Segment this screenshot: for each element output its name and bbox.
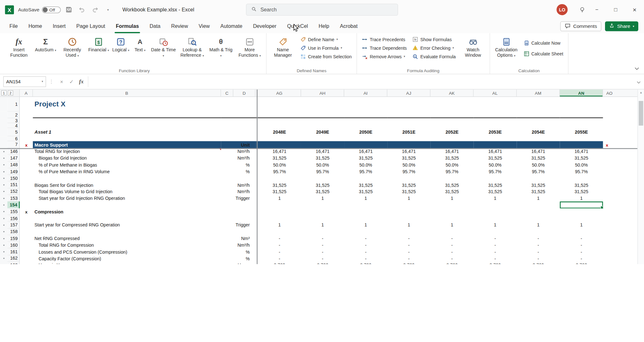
cell-AG152[interactable]: 31,525 bbox=[258, 188, 301, 195]
cell-AM3[interactable] bbox=[517, 118, 560, 123]
cell-AL161[interactable]: - bbox=[473, 249, 517, 255]
cell-D161[interactable]: % bbox=[221, 249, 255, 255]
outline-level-1-button[interactable]: 1 bbox=[1, 90, 7, 96]
ribbon-tab-home[interactable]: Home bbox=[23, 19, 48, 33]
cell-AJ149[interactable]: 95.7% bbox=[387, 168, 430, 175]
cell-AM5[interactable]: 2054E bbox=[517, 128, 560, 136]
cell-B155[interactable]: Compression bbox=[33, 208, 221, 215]
cell-A160[interactable] bbox=[20, 242, 33, 249]
cell-AK157[interactable]: 1 bbox=[430, 222, 473, 228]
cell-AH1[interactable] bbox=[301, 97, 344, 112]
cell-A150[interactable] bbox=[20, 175, 33, 181]
cell-D152[interactable]: Nm³/h bbox=[221, 188, 255, 195]
cell-D150[interactable] bbox=[221, 175, 255, 181]
cell-AI159[interactable]: - bbox=[344, 235, 387, 242]
ribbon-button-recently-used[interactable]: Recently Used ▾ bbox=[58, 35, 87, 58]
ribbon-button-use-in-formula[interactable]: Use in Formula▾ bbox=[299, 44, 353, 52]
cell-B161[interactable]: Losses and PCS Conversion (Compression) bbox=[33, 249, 221, 255]
row-header-147[interactable]: 147 bbox=[7, 155, 20, 162]
autosave-toggle[interactable]: Off bbox=[42, 6, 61, 13]
cell-D5[interactable] bbox=[221, 128, 255, 136]
cell-AJ4[interactable] bbox=[387, 123, 430, 128]
cell-AI146[interactable]: 16,471 bbox=[344, 148, 387, 155]
cell-AK152[interactable]: 31,525 bbox=[430, 188, 473, 195]
column-header-AL[interactable]: AL bbox=[473, 90, 517, 97]
cell-AJ146[interactable]: 16,471 bbox=[387, 148, 430, 155]
collapse-ribbon-icon[interactable] bbox=[634, 64, 639, 72]
cell-AG163[interactable]: 8,760 bbox=[258, 262, 301, 264]
cell-B5[interactable]: Asset 1 bbox=[33, 128, 221, 136]
cell-AL6[interactable] bbox=[473, 136, 517, 141]
cell-D158[interactable] bbox=[221, 228, 255, 235]
cell-AK153[interactable]: 1 bbox=[430, 195, 473, 202]
row-header-149[interactable]: 149 bbox=[7, 168, 20, 175]
cell-AI162[interactable]: - bbox=[344, 255, 387, 262]
row-header-156[interactable]: 156 bbox=[7, 215, 20, 222]
cell-B160[interactable]: Total RNG for Compression bbox=[33, 242, 221, 249]
cell-AK148[interactable]: 50.0% bbox=[430, 162, 473, 168]
cell-B158[interactable] bbox=[33, 228, 221, 235]
cell-AG146[interactable]: 16,471 bbox=[258, 148, 301, 155]
cell-AI157[interactable]: 1 bbox=[344, 222, 387, 228]
cell-A162[interactable] bbox=[20, 255, 33, 262]
cell-AJ2[interactable] bbox=[387, 112, 430, 118]
cell-AH2[interactable] bbox=[301, 112, 344, 118]
cell-AK1[interactable] bbox=[430, 97, 473, 112]
cell-AG154[interactable] bbox=[258, 202, 301, 208]
cell-AL2[interactable] bbox=[473, 112, 517, 118]
cell-AM161[interactable]: - bbox=[517, 249, 560, 255]
cell-AG5[interactable]: 2048E bbox=[258, 128, 301, 136]
cell-D162[interactable]: % bbox=[221, 255, 255, 262]
cell-AH154[interactable] bbox=[301, 202, 344, 208]
cell-A3[interactable] bbox=[20, 118, 33, 123]
cell-AJ3[interactable] bbox=[387, 118, 430, 123]
undo-button[interactable] bbox=[76, 4, 87, 15]
formula-input[interactable] bbox=[88, 76, 633, 87]
cell-A147[interactable] bbox=[20, 155, 33, 162]
cell-D1[interactable] bbox=[221, 97, 255, 112]
cell-AI151[interactable]: 31,525 bbox=[344, 181, 387, 188]
ribbon-tab-automate[interactable]: Automate bbox=[215, 19, 248, 33]
cell-B153[interactable]: Start year for Grid Injection RNG Operat… bbox=[33, 195, 221, 202]
cell-B150[interactable] bbox=[33, 175, 221, 181]
cell-AL5[interactable]: 2053E bbox=[473, 128, 517, 136]
cell-AI152[interactable]: 31,525 bbox=[344, 188, 387, 195]
column-header-A[interactable]: A bbox=[20, 90, 33, 97]
cell-AM148[interactable]: 50.0% bbox=[517, 162, 560, 168]
cell-A157[interactable] bbox=[20, 222, 33, 228]
ribbon-button-remove-arrows[interactable]: Remove Arrows▾ bbox=[360, 53, 409, 60]
cell-AG6[interactable] bbox=[258, 136, 301, 141]
cell-AN159[interactable]: - bbox=[560, 235, 603, 242]
row-header-154[interactable]: 154 bbox=[7, 202, 20, 208]
cell-AN154[interactable] bbox=[560, 202, 603, 208]
scroll-up-icon[interactable]: ▲ bbox=[638, 91, 644, 94]
column-header-D[interactable]: D bbox=[233, 90, 255, 97]
row-header-163[interactable]: 163 bbox=[7, 262, 20, 264]
ribbon-tab-page-layout[interactable]: Page Layout bbox=[71, 19, 111, 33]
cell-AJ161[interactable]: - bbox=[387, 249, 430, 255]
cell-AJ151[interactable]: 31,525 bbox=[387, 181, 430, 188]
excel-logo-icon[interactable]: X bbox=[5, 5, 14, 14]
row-header-157[interactable]: 157 bbox=[7, 222, 20, 228]
cell-B2[interactable] bbox=[33, 112, 221, 118]
cell-AN161[interactable]: - bbox=[560, 249, 603, 255]
cell-AJ157[interactable]: 1 bbox=[387, 222, 430, 228]
ribbon-button-error-checking[interactable]: !Error Checking▾ bbox=[411, 44, 457, 52]
ribbon-tab-data[interactable]: Data bbox=[144, 19, 166, 33]
save-button[interactable] bbox=[63, 4, 74, 15]
ribbon-button-name-manager[interactable]: Name Manager bbox=[268, 35, 297, 58]
cell-A154[interactable] bbox=[20, 202, 33, 208]
cell-D146[interactable]: Nm³/h bbox=[221, 148, 255, 155]
cell-AN5[interactable]: 2055E bbox=[560, 128, 603, 136]
cell-B6[interactable] bbox=[33, 136, 221, 141]
column-header-B[interactable]: B bbox=[33, 90, 221, 97]
outline-level-2-button[interactable]: 2 bbox=[8, 90, 13, 96]
cell-A158[interactable] bbox=[20, 228, 33, 235]
cell-AK3[interactable] bbox=[430, 118, 473, 123]
minimize-button[interactable]: − bbox=[587, 0, 606, 19]
cell-AG4[interactable] bbox=[258, 123, 301, 128]
cell-B154[interactable] bbox=[33, 202, 221, 208]
cell-A163[interactable] bbox=[20, 262, 33, 264]
ribbon-tab-review[interactable]: Review bbox=[166, 19, 193, 33]
column-header-AN[interactable]: AN bbox=[560, 90, 603, 97]
